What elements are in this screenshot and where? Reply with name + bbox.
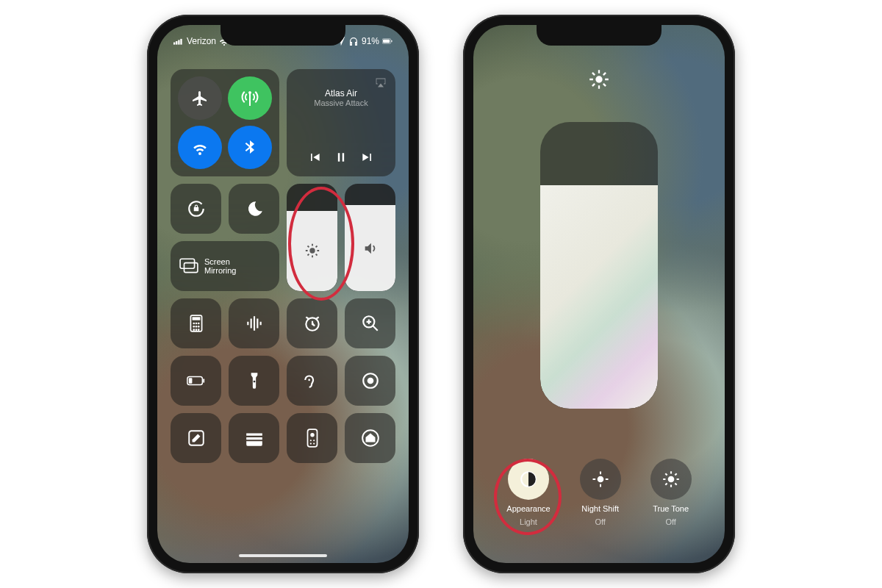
svg-rect-42 — [203, 379, 204, 383]
svg-rect-20 — [192, 317, 200, 320]
cellular-antenna-icon — [241, 90, 259, 107]
svg-point-51 — [313, 440, 315, 441]
screen: Verizon 91% — [157, 25, 409, 563]
svg-line-77 — [665, 483, 667, 484]
media-module[interactable]: Atlas Air Massive Attack — [287, 69, 395, 176]
calculator-button[interactable] — [171, 298, 221, 348]
airplane-icon — [191, 90, 209, 107]
svg-line-62 — [592, 84, 595, 86]
notch — [220, 25, 345, 46]
svg-point-49 — [310, 433, 314, 437]
notch — [537, 25, 662, 46]
next-track-button[interactable] — [360, 150, 375, 165]
wifi-icon — [191, 139, 209, 157]
voice-memos-button[interactable] — [229, 298, 279, 348]
screen-mirroring-icon — [179, 257, 198, 276]
home-icon — [361, 429, 380, 448]
volume-icon — [362, 240, 379, 257]
night-shift-toggle[interactable]: Night Shift Off — [580, 459, 621, 526]
svg-rect-5 — [383, 40, 390, 43]
svg-point-65 — [597, 476, 603, 483]
wifi-toggle[interactable] — [178, 126, 222, 169]
magnifier-icon — [361, 314, 380, 333]
cellular-data-toggle[interactable] — [228, 76, 272, 120]
cellular-signal-icon — [173, 36, 184, 46]
play-pause-button[interactable] — [334, 150, 348, 165]
svg-rect-18 — [184, 263, 198, 273]
compose-icon — [187, 429, 206, 448]
svg-point-46 — [367, 378, 373, 384]
wallet-button[interactable] — [229, 413, 279, 463]
svg-rect-48 — [307, 429, 317, 447]
svg-rect-17 — [180, 259, 195, 268]
svg-point-28 — [195, 329, 197, 331]
svg-line-14 — [315, 254, 317, 256]
media-title: Atlas Air — [325, 88, 357, 98]
flashlight-icon — [245, 371, 264, 390]
svg-rect-6 — [391, 40, 392, 43]
apple-tv-remote-button[interactable] — [287, 413, 337, 463]
low-power-mode-toggle[interactable] — [171, 356, 221, 406]
moon-icon — [245, 199, 264, 218]
svg-point-22 — [195, 323, 197, 325]
svg-point-70 — [667, 476, 674, 483]
alarm-button[interactable] — [287, 298, 337, 348]
wallet-icon — [245, 429, 264, 448]
alarm-clock-icon — [303, 314, 322, 333]
previous-track-button[interactable] — [307, 150, 322, 165]
svg-point-53 — [313, 443, 315, 445]
svg-line-13 — [307, 246, 309, 248]
svg-point-23 — [197, 323, 199, 325]
connectivity-module[interactable] — [171, 69, 279, 176]
svg-rect-2 — [178, 40, 179, 44]
home-indicator[interactable] — [239, 554, 327, 557]
svg-line-16 — [315, 246, 317, 248]
hearing-button[interactable] — [287, 356, 337, 406]
screen-mirroring-label-1: Screen — [204, 257, 236, 266]
orientation-lock-icon — [187, 199, 206, 218]
battery-icon — [382, 36, 392, 46]
svg-line-63 — [603, 73, 606, 75]
orientation-lock-toggle[interactable] — [171, 184, 221, 234]
flashlight-button[interactable] — [229, 356, 279, 406]
svg-line-78 — [675, 473, 676, 475]
calculator-icon — [187, 314, 206, 333]
home-button[interactable] — [345, 413, 395, 463]
svg-point-44 — [308, 379, 310, 381]
svg-point-27 — [193, 329, 195, 331]
brightness-options: Appearance Light Night Shift Off True To… — [506, 459, 691, 526]
phone-control-center: Verizon 91% — [147, 15, 419, 573]
true-tone-icon — [662, 470, 681, 489]
bluetooth-icon — [241, 139, 259, 157]
screen: Appearance Light Night Shift Off True To… — [473, 25, 725, 563]
brightness-icon — [304, 243, 320, 259]
appearance-toggle[interactable]: Appearance Light — [506, 459, 550, 526]
magnifier-button[interactable] — [345, 298, 395, 348]
brightness-slider-large[interactable] — [540, 122, 658, 409]
svg-line-37 — [373, 326, 378, 331]
svg-point-26 — [197, 326, 199, 328]
bluetooth-toggle[interactable] — [228, 126, 272, 169]
appearance-icon — [519, 470, 538, 489]
volume-slider[interactable] — [345, 184, 395, 291]
svg-rect-41 — [188, 378, 192, 383]
airplane-mode-toggle[interactable] — [178, 76, 222, 120]
do-not-disturb-toggle[interactable] — [229, 184, 279, 234]
media-artist: Massive Attack — [314, 98, 368, 107]
svg-point-8 — [309, 248, 315, 254]
true-tone-toggle[interactable]: True Tone Off — [650, 459, 692, 526]
svg-rect-1 — [176, 41, 177, 45]
battery-percent: 91% — [362, 36, 379, 46]
screen-mirroring-button[interactable]: Screen Mirroring — [171, 241, 279, 291]
svg-point-43 — [253, 381, 255, 383]
notes-button[interactable] — [171, 413, 221, 463]
option-label: Night Shift — [581, 504, 619, 513]
brightness-expanded-view: Appearance Light Night Shift Off True To… — [473, 25, 725, 563]
brightness-slider[interactable] — [287, 184, 337, 291]
battery-low-icon — [187, 371, 206, 390]
svg-line-60 — [592, 73, 595, 75]
screen-recording-button[interactable] — [345, 356, 395, 406]
svg-point-55 — [595, 76, 602, 82]
option-value: Off — [665, 517, 675, 526]
airplay-icon[interactable] — [375, 76, 387, 88]
